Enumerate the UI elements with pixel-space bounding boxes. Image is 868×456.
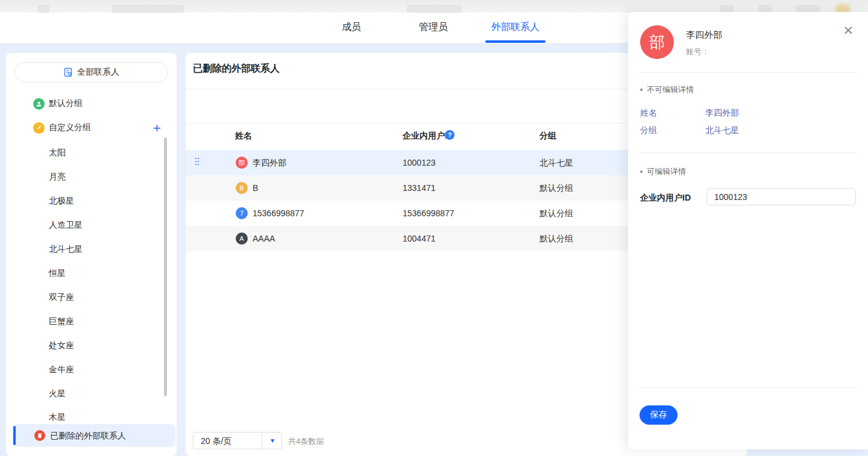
drag-handle-icon[interactable] — [195, 158, 200, 167]
cell-group: 默认分组 — [539, 183, 573, 194]
cell-name: 李四外部 — [253, 158, 286, 169]
cell-userid: 1331471 — [403, 183, 436, 193]
sidebar-item-label: 自定义分组 — [49, 122, 91, 133]
cell-name: AAAA — [253, 234, 275, 243]
field-label-group: 分组 — [640, 125, 657, 136]
field-value-name: 李四外部 — [705, 108, 739, 119]
contacts-book-icon — [63, 67, 73, 77]
close-icon[interactable]: ✕ — [843, 24, 854, 37]
caret-down-icon: ▼ — [269, 437, 275, 444]
selected-indicator — [13, 426, 16, 445]
field-label-name: 姓名 — [640, 108, 657, 119]
divider — [639, 387, 857, 388]
sidebar-item-label: 已删除的外部联系人 — [50, 431, 126, 442]
trash-icon — [34, 430, 45, 441]
obscured-title — [407, 5, 461, 13]
contact-avatar: 部 — [640, 25, 674, 59]
sidebar-item-deleted-contacts[interactable]: 已删除的外部联系人 — [13, 424, 175, 447]
page-size-value: 20 条/页 — [201, 436, 231, 447]
cell-group: 默认分组 — [539, 208, 573, 219]
sidebar-item-group[interactable]: 木星 — [49, 412, 157, 424]
readonly-section-title: 不可编辑详情 — [640, 84, 694, 95]
page-background: 全部联系人 默认分组 自定义分组 ＋ 太阳 月亮 北极星 — [0, 43, 868, 456]
obscured-background-header — [0, 0, 868, 13]
sidebar-item-group[interactable]: 恒星 — [49, 268, 157, 280]
sidebar-item-group[interactable]: 月亮 — [49, 172, 157, 184]
sidebar-item-custom-group[interactable]: 自定义分组 ＋ — [6, 119, 177, 137]
page-title: 已删除的外部联系人 — [193, 63, 280, 75]
obscured-avatar — [835, 4, 851, 13]
cell-group: 北斗七星 — [539, 158, 573, 169]
total-count-label: 共4条数据 — [288, 436, 324, 447]
cell-userid: 15366998877 — [403, 208, 454, 218]
divider — [639, 152, 857, 153]
tab-external-contacts[interactable]: 外部联系人 — [491, 13, 539, 43]
avatar: B — [236, 182, 248, 194]
sidebar-item-group[interactable]: 火星 — [49, 389, 157, 401]
sidebar-item-group[interactable]: 处女座 — [49, 340, 157, 352]
person-icon — [33, 98, 45, 110]
sidebar-item-group[interactable]: 金牛座 — [49, 364, 157, 376]
sidebar-item-group[interactable]: 巨蟹座 — [49, 316, 157, 328]
contact-name: 李四外部 — [686, 30, 722, 41]
tab-members[interactable]: 成员 — [342, 13, 361, 43]
avatar: 7 — [236, 207, 248, 219]
cell-userid: 1000123 — [403, 158, 436, 167]
cell-name: B — [253, 183, 258, 193]
contact-detail-panel: 部 李四外部 账号： ✕ 不可编辑详情 姓名 李四外部 分组 北斗七星 可编辑详… — [628, 12, 868, 449]
page-size-select[interactable]: 20 条/页 ▼ — [193, 432, 282, 449]
avatar: A — [236, 233, 248, 245]
userid-field-label: 企业内用户ID — [640, 193, 691, 204]
tab-admins[interactable]: 管理员 — [419, 13, 448, 43]
pencil-icon — [33, 122, 45, 134]
sidebar-item-group[interactable]: 北斗七星 — [49, 244, 157, 256]
field-value-group: 北斗七星 — [705, 125, 739, 136]
sidebar-scrollbar[interactable] — [164, 137, 167, 396]
divider — [639, 72, 857, 73]
question-icon[interactable]: ? — [445, 130, 454, 140]
divider — [262, 433, 262, 449]
cell-group: 默认分组 — [539, 234, 573, 245]
save-button[interactable]: 保存 — [640, 405, 678, 425]
all-contacts-label: 全部联系人 — [77, 67, 119, 78]
cell-userid: 1004471 — [403, 234, 436, 243]
column-header-group: 分组 — [539, 131, 556, 142]
add-group-button[interactable]: ＋ — [150, 119, 163, 136]
userid-input[interactable] — [706, 188, 856, 205]
obscured-text — [112, 5, 184, 13]
sidebar-item-default-group[interactable]: 默认分组 — [6, 95, 177, 113]
sidebar-item-group[interactable]: 北极星 — [49, 196, 157, 208]
sidebar-item-group[interactable]: 双子座 — [49, 292, 157, 304]
cell-name: 15366998877 — [253, 208, 304, 218]
sidebar-item-group[interactable]: 太阳 — [49, 148, 157, 160]
obscured-icon — [37, 5, 49, 13]
sidebar-item-label: 默认分组 — [49, 98, 83, 109]
sidebar: 全部联系人 默认分组 自定义分组 ＋ 太阳 月亮 北极星 — [6, 53, 177, 456]
avatar: 部 — [236, 157, 248, 169]
editable-section-title: 可编辑详情 — [640, 166, 686, 177]
sidebar-item-group[interactable]: 人造卫星 — [49, 220, 157, 232]
account-label: 账号： — [686, 46, 709, 57]
all-contacts-button[interactable]: 全部联系人 — [14, 62, 168, 83]
column-header-name: 姓名 — [235, 131, 252, 142]
